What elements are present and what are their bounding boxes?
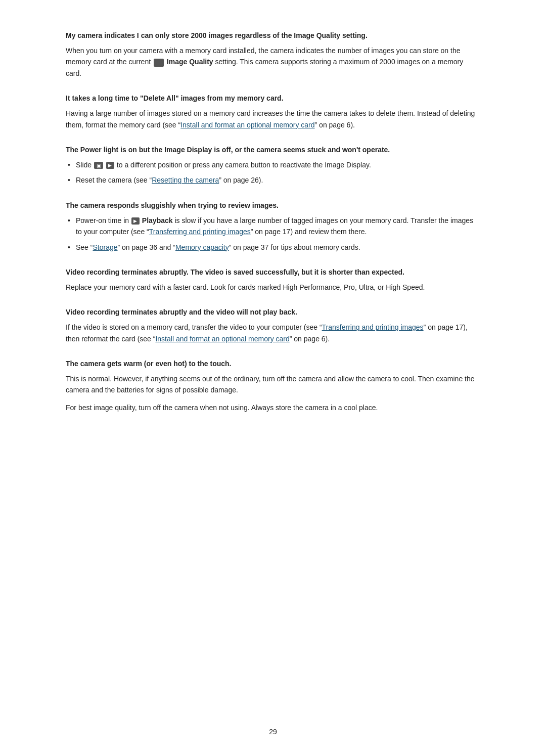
section-body-image-quality: When you turn on your camera with a memo… [66, 45, 480, 79]
image-quality-icon [154, 59, 164, 67]
image-quality-label: Image Quality [167, 58, 213, 66]
bullet-storage: See “Storage” on page 36 and “Memory cap… [66, 242, 480, 253]
section-power-light: The Power light is on but the Image Disp… [66, 145, 480, 186]
link-storage[interactable]: Storage [93, 243, 117, 251]
para-camera-warm-1: This is normal. However, if anything see… [66, 373, 480, 396]
play-icon-2 [131, 217, 140, 225]
playback-label: Playback [142, 216, 173, 225]
section-body-video-no-play: If the video is stored on a memory card,… [66, 322, 480, 344]
section-body-delete-all: Having a large number of images stored o… [66, 108, 480, 130]
play-icon-1 [106, 162, 114, 169]
link-transferring-2[interactable]: Transferring and printing images [322, 323, 424, 331]
section-camera-warm: The camera gets warm (or even hot) to th… [66, 359, 480, 413]
bullet-playback: Power-on time in Playback is slow if you… [66, 215, 480, 238]
power-light-bullets: Slide to a different position or press a… [66, 159, 480, 186]
section-title-power-light: The Power light is on but the Image Disp… [66, 145, 480, 155]
section-sluggish: The camera responds sluggishly when tryi… [66, 200, 480, 253]
para-image-quality: When you turn on your camera with a memo… [66, 45, 480, 79]
section-video-no-play: Video recording terminates abruptly and … [66, 307, 480, 344]
page: My camera indicates I can only store 200… [0, 0, 546, 756]
section-title-video-no-play: Video recording terminates abruptly and … [66, 307, 480, 318]
section-delete-all: It takes a long time to "Delete All" ima… [66, 93, 480, 130]
section-title-delete-all: It takes a long time to "Delete All" ima… [66, 93, 480, 104]
camera-icon [94, 162, 103, 169]
para-video-short: Replace your memory card with a faster c… [66, 282, 480, 293]
para-camera-warm-2: For best image quality, turn off the cam… [66, 402, 480, 413]
section-title-image-quality: My camera indicates I can only store 200… [66, 30, 480, 41]
sluggish-bullets: Power-on time in Playback is slow if you… [66, 215, 480, 253]
section-video-short: Video recording terminates abruptly. The… [66, 267, 480, 293]
para-video-no-play: If the video is stored on a memory card,… [66, 322, 480, 344]
section-title-sluggish: The camera responds sluggishly when tryi… [66, 200, 480, 211]
section-image-quality: My camera indicates I can only store 200… [66, 30, 480, 79]
section-body-sluggish: Power-on time in Playback is slow if you… [66, 215, 480, 253]
section-body-power-light: Slide to a different position or press a… [66, 159, 480, 186]
section-body-video-short: Replace your memory card with a faster c… [66, 282, 480, 293]
section-body-camera-warm: This is normal. However, if anything see… [66, 373, 480, 413]
page-number: 29 [0, 728, 546, 736]
link-install-format-2[interactable]: Install and format an optional memory ca… [155, 335, 289, 343]
para-delete-all: Having a large number of images stored o… [66, 108, 480, 130]
link-transferring-1[interactable]: Transferring and printing images [149, 228, 251, 236]
section-title-camera-warm: The camera gets warm (or even hot) to th… [66, 359, 480, 369]
bullet-slide: Slide to a different position or press a… [66, 159, 480, 170]
link-resetting-camera[interactable]: Resetting the camera [152, 176, 219, 184]
link-install-format-1[interactable]: Install and format an optional memory ca… [180, 121, 314, 129]
section-title-video-short: Video recording terminates abruptly. The… [66, 267, 480, 278]
link-memory-capacity[interactable]: Memory capacity [175, 243, 229, 251]
bullet-reset: Reset the camera (see “Resetting the cam… [66, 174, 480, 186]
